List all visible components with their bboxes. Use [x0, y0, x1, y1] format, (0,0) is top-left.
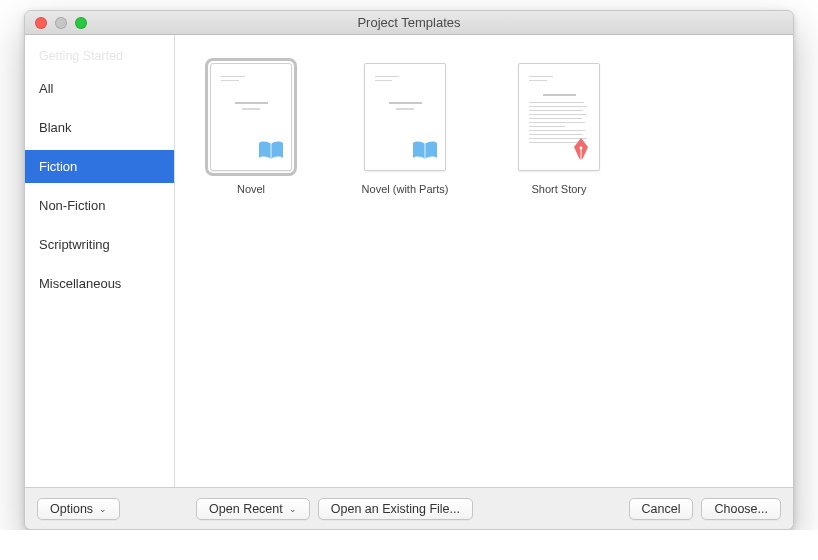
sidebar-item-label: Miscellaneous	[39, 276, 121, 291]
template-grid: Novel	[175, 35, 793, 223]
book-icon	[257, 140, 285, 166]
titlebar: Project Templates	[25, 11, 793, 35]
sidebar-item-fiction[interactable]: Fiction	[25, 150, 174, 183]
window-body: Getting Started All Blank Fiction Non-Fi…	[25, 35, 793, 487]
template-novel[interactable]: Novel	[203, 63, 299, 195]
options-button[interactable]: Options ⌄	[37, 498, 120, 520]
template-novel-with-parts[interactable]: Novel (with Parts)	[357, 63, 453, 195]
sidebar-item-all[interactable]: All	[25, 72, 174, 105]
button-label: Open Recent	[209, 502, 283, 516]
template-label: Novel	[237, 183, 265, 195]
sidebar-item-label: Blank	[39, 120, 72, 135]
sidebar-item-label: Scriptwriting	[39, 237, 110, 252]
button-label: Choose...	[714, 502, 768, 516]
project-templates-window: Project Templates Getting Started All Bl…	[24, 10, 794, 530]
template-label: Short Story	[531, 183, 586, 195]
sidebar-item-blank[interactable]: Blank	[25, 111, 174, 144]
cancel-button[interactable]: Cancel	[629, 498, 694, 520]
pen-nib-icon	[569, 136, 593, 166]
sidebar-item-scriptwriting[interactable]: Scriptwriting	[25, 228, 174, 261]
window-title: Project Templates	[25, 15, 793, 30]
template-short-story[interactable]: Short Story	[511, 63, 607, 195]
svg-point-2	[580, 147, 583, 150]
template-thumbnail	[210, 63, 292, 171]
template-label: Novel (with Parts)	[362, 183, 449, 195]
template-thumbnail	[364, 63, 446, 171]
sidebar-item-non-fiction[interactable]: Non-Fiction	[25, 189, 174, 222]
template-thumbnail	[518, 63, 600, 171]
sidebar-item-label: Fiction	[39, 159, 77, 174]
footer: Options ⌄ Open Recent ⌄ Open an Existing…	[25, 487, 793, 529]
chevron-down-icon: ⌄	[99, 504, 107, 514]
sidebar: Getting Started All Blank Fiction Non-Fi…	[25, 35, 175, 487]
open-recent-button[interactable]: Open Recent ⌄	[196, 498, 310, 520]
open-existing-file-button[interactable]: Open an Existing File...	[318, 498, 473, 520]
button-label: Open an Existing File...	[331, 502, 460, 516]
button-label: Cancel	[642, 502, 681, 516]
sidebar-item-label: All	[39, 81, 53, 96]
book-icon	[411, 140, 439, 166]
button-label: Options	[50, 502, 93, 516]
sidebar-item-label: Non-Fiction	[39, 198, 105, 213]
chevron-down-icon: ⌄	[289, 504, 297, 514]
choose-button[interactable]: Choose...	[701, 498, 781, 520]
sidebar-header: Getting Started	[25, 39, 174, 69]
sidebar-item-miscellaneous[interactable]: Miscellaneous	[25, 267, 174, 300]
template-content: Novel	[175, 35, 793, 487]
